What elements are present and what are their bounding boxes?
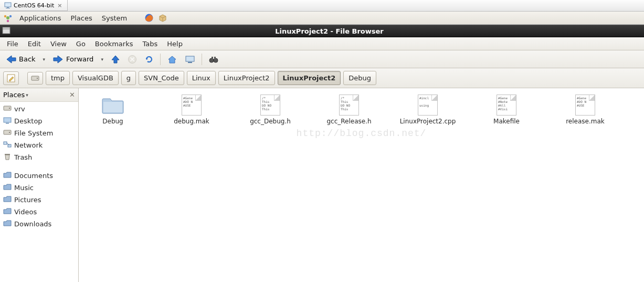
folder-icon — [3, 195, 12, 204]
forward-label: Forward — [66, 55, 93, 63]
menu-file[interactable]: File — [2, 38, 23, 49]
svg-rect-18 — [214, 57, 216, 59]
svg-rect-14 — [188, 62, 192, 63]
file-label: gcc_Release.h — [326, 118, 371, 125]
sidebar-item[interactable]: Trash — [0, 151, 78, 163]
path-root-button[interactable] — [27, 72, 43, 85]
back-button[interactable]: Back — [3, 53, 38, 66]
path-segment-5[interactable]: LinuxProject2 — [218, 71, 275, 85]
menu-edit[interactable]: Edit — [23, 38, 46, 49]
menubar: File Edit View Go Bookmarks Tabs Help — [0, 37, 644, 50]
forward-history-dropdown[interactable]: ▾ — [99, 57, 105, 62]
sidebar-item[interactable]: Desktop — [0, 115, 78, 127]
sidebar-item-label: Music — [14, 184, 34, 192]
menu-help[interactable]: Help — [162, 38, 187, 49]
path-segment-0[interactable]: tmp — [46, 71, 70, 85]
home-button[interactable] — [165, 53, 180, 66]
panel-menu-applications[interactable]: Applications — [17, 13, 64, 24]
path-segment-6[interactable]: LinuxProject2 — [278, 71, 341, 85]
sidebar-item[interactable]: Downloads — [0, 218, 78, 230]
svg-rect-25 — [6, 123, 9, 124]
sidebar-item[interactable]: vrv — [0, 103, 78, 115]
sidebar-item[interactable]: Pictures — [0, 194, 78, 206]
file-item[interactable]: #Gene #Note #All #VisiMakefile — [483, 95, 530, 125]
app-menu-icon[interactable] — [2, 27, 13, 36]
menu-tabs[interactable]: Tabs — [138, 38, 162, 49]
svg-rect-0 — [5, 3, 11, 7]
sidebar-close-icon[interactable]: ✕ — [69, 91, 75, 99]
file-item[interactable]: Debug — [89, 95, 136, 125]
trash-icon — [3, 153, 12, 162]
text-file-icon: #Gene #DO N #USE — [575, 95, 595, 116]
text-file-icon: #incl using — [418, 95, 438, 116]
vm-tab[interactable]: CentOS 64-bit × — [0, 0, 68, 11]
file-item[interactable]: #incl usingLinuxProject2.cpp — [404, 95, 451, 125]
sidebar-header-label: Places — [3, 91, 25, 99]
sidebar-item-label: Desktop — [14, 117, 43, 125]
path-segment-2[interactable]: g — [121, 71, 136, 85]
distro-icon — [3, 13, 13, 23]
file-label: gcc_Debug.h — [250, 118, 291, 125]
sidebar-item-label: Trash — [14, 153, 32, 161]
firefox-icon[interactable] — [144, 13, 154, 23]
file-label: Debug — [102, 118, 123, 125]
sidebar-item-label: Videos — [14, 208, 37, 216]
arrow-right-icon — [52, 55, 64, 64]
folder-icon — [3, 183, 12, 192]
folder-icon — [100, 95, 125, 116]
text-file-icon: /* This DO NO This — [260, 95, 280, 116]
package-icon[interactable] — [158, 13, 167, 23]
svg-point-4 — [4, 15, 6, 17]
toolbar: Back ▾ Forward ▾ — [0, 50, 644, 68]
sidebar-item[interactable]: Documents — [0, 170, 78, 182]
sidebar-item[interactable]: File System — [0, 127, 78, 139]
path-segment-3[interactable]: SVN_Code — [139, 71, 184, 85]
menu-bookmarks[interactable]: Bookmarks — [90, 38, 138, 49]
gnome-panel: Applications Places System — [0, 12, 644, 25]
svg-rect-29 — [8, 144, 11, 147]
path-bar: tmp VisualGDB g SVN_Code Linux LinuxProj… — [0, 68, 644, 88]
menu-go[interactable]: Go — [71, 38, 90, 49]
close-icon[interactable]: × — [56, 2, 63, 9]
reload-icon — [144, 55, 154, 64]
path-segment-7[interactable]: Debug — [343, 71, 376, 85]
path-segment-1[interactable]: VisualGDB — [72, 71, 119, 85]
stop-button[interactable] — [125, 53, 139, 66]
file-item[interactable]: #Gene #DO N #USEdebug.mak — [168, 95, 215, 125]
forward-button[interactable]: Forward — [50, 53, 96, 66]
stop-icon — [128, 55, 137, 64]
svg-rect-1 — [7, 7, 9, 8]
sidebar-item[interactable]: Videos — [0, 206, 78, 218]
window-title: LinuxProject2 - File Browser — [15, 27, 644, 35]
panel-menu-places[interactable]: Places — [68, 13, 94, 24]
file-label: release.mak — [566, 118, 605, 125]
reload-button[interactable] — [142, 53, 156, 66]
text-file-icon: /* This DO NO This — [339, 95, 359, 116]
file-item[interactable]: #Gene #DO N #USErelease.mak — [562, 95, 609, 125]
sidebar-selector[interactable]: Places ▾ — [3, 91, 28, 99]
icon-view[interactable]: http://blog.csdn.net/ Debug#Gene #DO N #… — [79, 88, 644, 282]
svg-point-3 — [6, 16, 9, 19]
computer-button[interactable] — [183, 53, 197, 66]
file-item[interactable]: /* This DO NO Thisgcc_Debug.h — [247, 95, 294, 125]
home-icon — [167, 55, 177, 64]
edit-path-button[interactable] — [3, 71, 19, 85]
svg-rect-13 — [186, 56, 194, 61]
text-file-icon: #Gene #Note #All #Visi — [497, 95, 516, 116]
sidebar-header: Places ▾ ✕ — [0, 88, 78, 102]
search-button[interactable] — [206, 53, 221, 66]
file-label: debug.mak — [174, 118, 209, 125]
back-history-dropdown[interactable]: ▾ — [41, 57, 48, 62]
file-item[interactable]: /* This DO NO Thisgcc_Release.h — [325, 95, 373, 125]
window-titlebar: LinuxProject2 - File Browser — [0, 25, 644, 37]
sidebar-item-label: Network — [14, 141, 43, 149]
pencil-icon — [7, 74, 15, 82]
menu-view[interactable]: View — [46, 38, 71, 49]
up-button[interactable] — [109, 53, 122, 66]
network-icon — [3, 141, 12, 150]
sidebar-item[interactable]: Music — [0, 182, 78, 194]
path-segment-4[interactable]: Linux — [187, 71, 216, 85]
sidebar-item[interactable]: Network — [0, 139, 78, 151]
panel-menu-system[interactable]: System — [99, 13, 130, 24]
sidebar-item-label: vrv — [14, 105, 25, 113]
